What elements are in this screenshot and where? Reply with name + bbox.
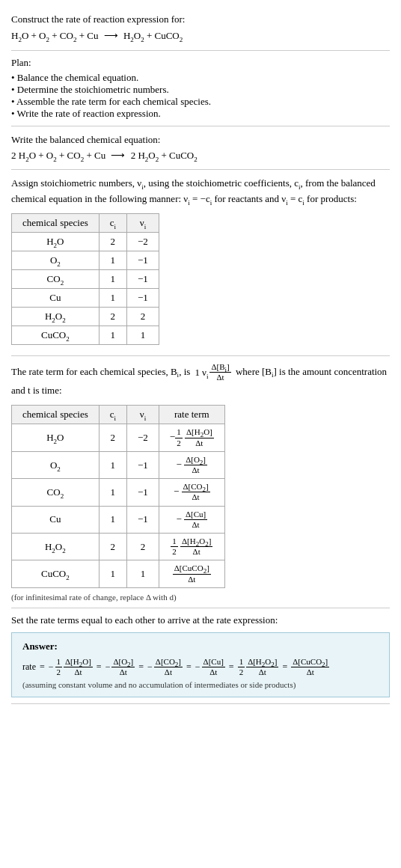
table-row: O2 1 −1 (12, 251, 159, 269)
species-cell: O2 (12, 251, 100, 269)
col-header-vi: νi (127, 213, 159, 232)
table-row: Cu 1 −1 − Δ[Cu]Δt (12, 506, 225, 533)
answer-label: Answer: (22, 641, 379, 652)
balanced-equation-section: Write the balanced chemical equation: 2 … (11, 126, 390, 171)
minus-sign-1: − (49, 657, 54, 676)
rate-term-section: The rate term for each chemical species,… (11, 356, 390, 608)
stoich-table: chemical species ci νi H2O 2 −2 O2 1 −1 … (11, 213, 159, 345)
table-row: H2O 2 −2 (12, 232, 159, 251)
ci-cell: 1 (99, 506, 126, 533)
species-cell: H2O (12, 232, 100, 251)
table-row: CuCO2 1 1 (12, 326, 159, 344)
rate-table: chemical species ci νi rate term H2O 2 −… (11, 405, 225, 587)
equals-sign-4: = (186, 657, 192, 676)
plan-step-3: • Assemble the rate term for each chemic… (11, 96, 390, 108)
set-equal-text: Set the rate terms equal to each other t… (11, 614, 390, 626)
vi-cell: −1 (127, 288, 159, 307)
minus-sign-4: − (195, 657, 200, 676)
table-row: H2O2 2 2 12 Δ[H2O2]Δt (12, 533, 225, 560)
vi-cell: 1 (127, 560, 159, 587)
rate-term-cell: − Δ[CO2]Δt (159, 479, 224, 506)
rate-term-cell: −12 Δ[H2O]Δt (159, 424, 224, 451)
ci-cell: 1 (99, 269, 126, 288)
frac-h2o2: Δ[H2O2]Δt (246, 657, 278, 677)
plan-step-4: • Write the rate of reaction expression. (11, 108, 390, 120)
infinitesimal-note: (for infinitesimal rate of change, repla… (11, 593, 390, 602)
col-header-species: chemical species (12, 406, 100, 424)
frac-co2: Δ[CO2]Δt (154, 657, 183, 677)
frac-o2: Δ[O2]Δt (111, 657, 135, 677)
ci-cell: 2 (99, 424, 126, 451)
vi-cell: 1 (127, 326, 159, 344)
minus-sign-3: − (147, 657, 153, 676)
table-row: CuCO2 1 1 Δ[CuCO2]Δt (12, 560, 225, 587)
ci-cell: 2 (99, 533, 126, 560)
frac-h2o: Δ[H2O]Δt (64, 657, 93, 677)
ci-cell: 1 (99, 251, 126, 269)
vi-cell: −1 (127, 479, 159, 506)
species-cell: CO2 (12, 479, 100, 506)
vi-cell: 2 (127, 533, 159, 560)
delta-fraction: Δ[Bi] Δt (209, 362, 230, 382)
assign-text: Assign stoichiometric numbers, νi, using… (11, 176, 390, 207)
ci-cell: 2 (99, 307, 126, 326)
col-header-ci: ci (99, 213, 126, 232)
ci-cell: 1 (99, 288, 126, 307)
plan-section: Plan: • Balance the chemical equation. •… (11, 51, 390, 126)
table-row: CO2 1 −1 − Δ[CO2]Δt (12, 479, 225, 506)
frac-cuco2: Δ[CuCO2]Δt (291, 657, 329, 677)
vi-cell: −1 (127, 269, 159, 288)
species-cell: Cu (12, 506, 100, 533)
rate-term-cell: Δ[CuCO2]Δt (159, 560, 224, 587)
col-header-vi: νi (127, 406, 159, 424)
frac-h2o2-coeff: 12 (238, 657, 245, 677)
equals-sign-6: = (282, 657, 287, 676)
species-cell: H2O2 (12, 307, 100, 326)
species-cell: O2 (12, 451, 100, 478)
plan-title: Plan: (11, 57, 390, 69)
col-header-rate-term: rate term (159, 406, 224, 424)
rate-term-cell: − Δ[O2]Δt (159, 451, 224, 478)
rate-term-cell: − Δ[Cu]Δt (159, 506, 224, 533)
stoich-section: Assign stoichiometric numbers, νi, using… (11, 170, 390, 356)
species-cell: H2O2 (12, 533, 100, 560)
table-row: CO2 1 −1 (12, 269, 159, 288)
table-row: Cu 1 −1 (12, 288, 159, 307)
vi-cell: 2 (127, 307, 159, 326)
main-reaction: H2O + O2 + CO2 + Cu ⟶ H2O2 + CuCO2 (11, 28, 390, 44)
answer-box: Answer: rate = − 12 Δ[H2O]Δt = − Δ[O2]Δt… (11, 632, 390, 697)
vi-cell: −1 (127, 506, 159, 533)
species-cell: CO2 (12, 269, 100, 288)
balanced-reaction: 2 H2O + O2 + CO2 + Cu ⟶ 2 H2O2 + CuCO2 (11, 148, 390, 164)
species-cell: H2O (12, 424, 100, 451)
equals-sign-5: = (229, 657, 234, 676)
ci-cell: 1 (99, 451, 126, 478)
plan-step-2: • Determine the stoichiometric numbers. (11, 84, 390, 96)
answer-note: (assuming constant volume and no accumul… (22, 680, 379, 689)
col-header-species: chemical species (12, 213, 100, 232)
vi-cell: −2 (127, 232, 159, 251)
vi-cell: −1 (127, 451, 159, 478)
construct-label: Construct the rate of reaction expressio… (11, 13, 390, 25)
equals-sign-2: = (97, 657, 102, 676)
species-cell: Cu (12, 288, 100, 307)
vi-symbol: νi (202, 364, 208, 381)
rate-term-cell: 12 Δ[H2O2]Δt (159, 533, 224, 560)
plan-step-1: • Balance the chemical equation. (11, 72, 390, 84)
construct-section: Construct the rate of reaction expressio… (11, 7, 390, 51)
rate-expression: rate = − 12 Δ[H2O]Δt = − Δ[O2]Δt = − Δ[C… (22, 657, 379, 677)
species-cell: CuCO2 (12, 560, 100, 587)
frac-cu: Δ[Cu]Δt (202, 657, 225, 677)
ci-cell: 2 (99, 232, 126, 251)
table-row: H2O 2 −2 −12 Δ[H2O]Δt (12, 424, 225, 451)
col-header-ci: ci (99, 406, 126, 424)
equals-sign-3: = (138, 657, 144, 676)
ci-cell: 1 (99, 479, 126, 506)
ci-cell: 1 (99, 326, 126, 344)
vi-cell: −1 (127, 251, 159, 269)
rate-word: rate (22, 657, 36, 676)
answer-section: Set the rate terms equal to each other t… (11, 608, 390, 704)
table-row: H2O2 2 2 (12, 307, 159, 326)
minus-sign-2: − (105, 657, 111, 676)
table-row: O2 1 −1 − Δ[O2]Δt (12, 451, 225, 478)
